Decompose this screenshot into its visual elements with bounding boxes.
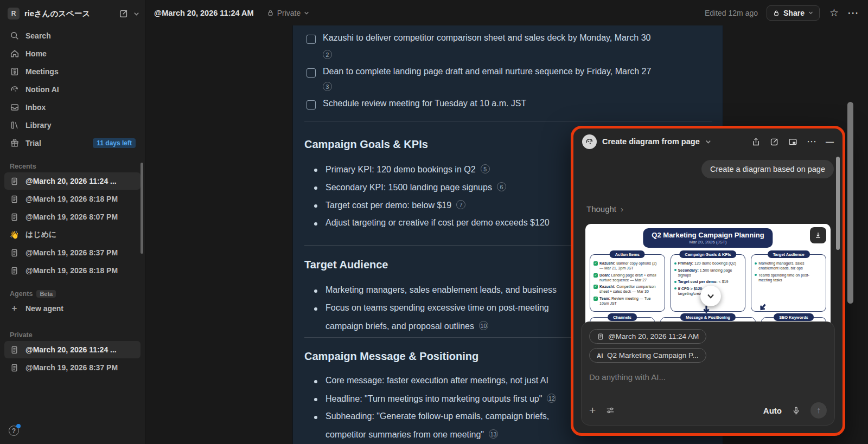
new-agent-button[interactable]: + New agent (4, 300, 141, 317)
breadcrumb-page-title[interactable]: @March 20, 2026 11:24 AM (154, 9, 254, 17)
checkbox-unchecked[interactable] (307, 100, 316, 110)
todo-text: Dean to complete landing page draft and … (323, 67, 651, 76)
bullet-text-inner: Secondary KPI: 1500 landing page signups (326, 183, 492, 192)
visibility-control[interactable]: Private (267, 9, 310, 17)
more-options-icon[interactable]: ⋯ (847, 10, 859, 16)
main-scrollbar[interactable] (847, 102, 853, 304)
todo-item[interactable]: Dean to complete landing page draft and … (307, 67, 651, 78)
recent-page-item[interactable]: @March 19, 2026 8:07 PM (4, 208, 141, 226)
recent-page-item[interactable]: @March 19, 2026 8:37 PM (4, 244, 141, 261)
ai-input-toolbar: + Auto ↑ (589, 402, 827, 419)
todo-text: Kazushi to deliver competitor comparison… (323, 33, 650, 43)
bullet-text: competitor summaries from one meeting"13 (326, 430, 498, 439)
share-button[interactable]: Share (767, 5, 820, 21)
diagram-item-text: Marketing managers, sales enablement lea… (758, 261, 822, 271)
sidebar-item-search[interactable]: Search (4, 27, 141, 44)
bullet-item: Core message: faster execution after mee… (314, 376, 548, 385)
ai-text-icon: AI (597, 352, 603, 359)
diagram-box-header: Message & Positioning (680, 313, 736, 321)
chevron-down-icon[interactable] (705, 139, 711, 145)
sidebar-scrollbar[interactable] (141, 163, 143, 254)
chip-label: @March 20, 2026 11:24 AM (608, 332, 699, 340)
sidebar-item-trial[interactable]: Trial 11 days left (4, 134, 141, 152)
ai-prompt-input[interactable] (589, 372, 827, 382)
sidebar-item-library[interactable]: Library (4, 117, 141, 134)
ellipsis-icon[interactable]: ⋯ (807, 139, 816, 144)
bullet-item: Secondary KPI: 1500 landing page signups… (314, 182, 506, 192)
private-page-item[interactable]: @March 20, 2026 11:24 ... (4, 341, 141, 358)
thought-toggle[interactable]: Thought › (586, 204, 623, 214)
last-edited-label: Edited 12m ago (705, 9, 758, 17)
bullet-text: Core message: faster execution after mee… (326, 376, 548, 385)
notion-ai-face-icon (9, 85, 20, 94)
recent-page-item[interactable]: @March 20, 2026 11:24 ... (4, 172, 141, 190)
download-button[interactable] (810, 227, 826, 243)
recent-page-item[interactable]: 👋 はじめに (4, 226, 141, 243)
diagram-box-header: SEO Keywords (774, 313, 814, 321)
bullet-item: Primary KPI: 120 demo bookings in Q25 (314, 164, 490, 175)
model-mode-label[interactable]: Auto (763, 406, 782, 415)
comment-badge[interactable]: 5 (481, 164, 490, 173)
sidebar-item-meetings[interactable]: Meetings (4, 63, 141, 80)
comment-badge[interactable]: 6 (497, 182, 506, 191)
todo-item[interactable]: Schedule review meeting for Tuesday at 1… (307, 99, 526, 110)
recent-page-item[interactable]: @March 19, 2026 8:18 PM (4, 262, 141, 279)
bullet-continuation: competitor summaries from one meeting"13 (326, 429, 498, 440)
private-page-label: @March 19, 2026 8:37 PM (25, 363, 136, 372)
bullet-text-inner: Marketing managers, sales enablement lea… (326, 285, 557, 294)
ai-input-card: @March 20, 2026 11:24 AM AI Q2 Marketing… (581, 321, 835, 426)
picture-in-picture-icon[interactable] (788, 137, 797, 146)
lock-icon (773, 10, 780, 16)
agents-section-label: Agents Beta (10, 290, 141, 298)
private-page-item[interactable]: @March 19, 2026 8:37 PM (4, 359, 141, 376)
comment-badge[interactable]: 2 (323, 50, 332, 59)
sliders-icon[interactable] (605, 406, 615, 415)
ai-panel-title[interactable]: Create diagram from page (602, 137, 700, 146)
comment-badge[interactable]: 12 (547, 394, 556, 403)
context-chip-page[interactable]: @March 20, 2026 11:24 AM (589, 329, 706, 344)
bullet-dot (314, 169, 317, 172)
bullet-text: Subheading: "Generate follow-up emails, … (326, 411, 549, 421)
sidebar-item-label: Trial (25, 139, 87, 147)
sidebar-item-label: Library (25, 121, 136, 130)
notification-dot (16, 424, 21, 428)
attach-plus-icon[interactable]: + (589, 406, 596, 415)
sidebar-item-label: Search (25, 31, 136, 40)
sidebar-item-inbox[interactable]: Inbox (4, 99, 141, 116)
context-chip-ai-block[interactable]: AI Q2 Marketing Campaign P... (589, 348, 706, 363)
recent-page-item[interactable]: @March 19, 2026 8:18 PM (4, 190, 141, 208)
comment-badge[interactable]: 13 (489, 429, 498, 439)
help-button[interactable]: ? (9, 426, 20, 436)
chevron-down-icon[interactable] (133, 11, 139, 17)
sidebar-item-home[interactable]: Home (4, 45, 141, 62)
diagram-item-label: If CPD > $120: (678, 287, 704, 291)
check-icon: ✓ (593, 285, 598, 289)
bullet-text-inner: Adjust targeting or creative if cost per… (326, 218, 550, 227)
compose-icon[interactable] (770, 137, 779, 146)
bullet-dot (314, 398, 317, 401)
ai-panel-header: Create diagram from page ⋯ — (573, 128, 843, 155)
comment-badge[interactable]: 3 (323, 82, 332, 91)
sidebar-item-label: Notion AI (25, 85, 136, 94)
send-button[interactable]: ↑ (810, 402, 827, 419)
thought-label: Thought (586, 204, 616, 214)
comment-badge[interactable]: 7 (456, 200, 465, 209)
microphone-icon[interactable] (792, 406, 801, 415)
sidebar-item-notion-ai[interactable]: Notion AI (4, 81, 141, 98)
recent-page-label: @March 19, 2026 8:18 PM (25, 195, 136, 203)
ai-panel-scrollbar[interactable] (836, 157, 840, 250)
favorite-star-icon[interactable]: ☆ (829, 7, 839, 19)
comment-badge[interactable]: 10 (479, 321, 488, 330)
compose-icon[interactable] (119, 9, 129, 18)
diagram-item-label: Secondary: (678, 268, 699, 272)
todo-text: Schedule review meeting for Tuesday at 1… (323, 99, 526, 108)
bullet-dot (314, 222, 317, 226)
minimize-icon[interactable]: — (826, 137, 834, 146)
todo-item[interactable]: Kazushi to deliver competitor comparison… (307, 33, 650, 44)
workspace-switcher[interactable]: R rieさんのスペース (8, 5, 139, 22)
scroll-to-bottom-button[interactable] (700, 286, 721, 306)
checkbox-unchecked[interactable] (307, 35, 316, 44)
bullet-dot (314, 416, 317, 419)
checkbox-unchecked[interactable] (307, 68, 316, 78)
share-up-icon[interactable] (751, 137, 761, 146)
